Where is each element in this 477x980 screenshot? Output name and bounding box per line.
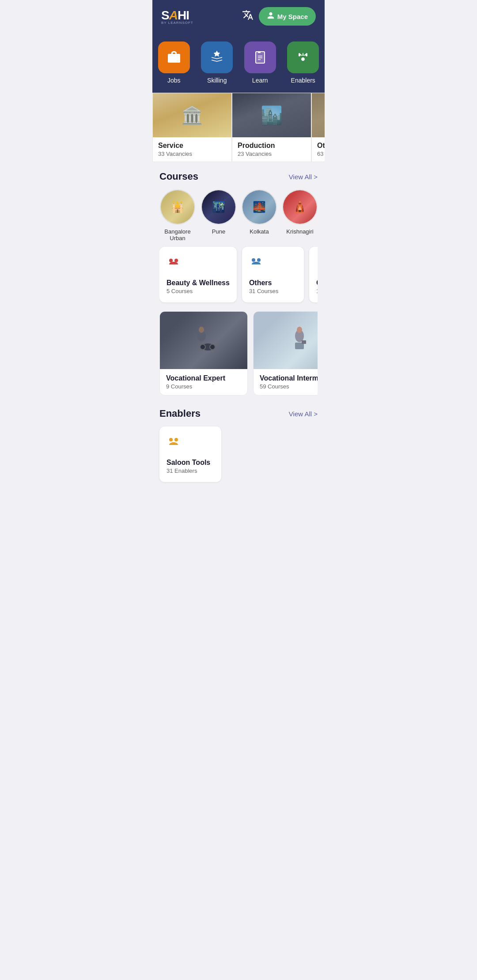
city-item-kolkata[interactable]: 🌉 Kolkata [242,189,277,241]
cat-card-others[interactable]: Others 31 Courses [242,247,304,302]
vacancy-card-service[interactable]: Service 33 Vacancies [152,93,232,162]
city-circle-kolkata: 🌉 [242,189,277,225]
others-icon [249,255,297,272]
construction-icon [316,255,318,272]
enablers-icon-wrap [287,41,319,73]
vacancy-title-others: Others [317,142,325,150]
cat-count-beauty: 5 Courses [167,288,230,294]
enabler-name-saloon-tools: Saloon Tools [167,459,214,467]
level-card-vocational-intermediate[interactable]: Vocational Intermediate 59 Courses [253,311,318,396]
learn-nav-label: Learn [252,77,268,84]
vacancy-count-service: 33 Vacancies [158,151,226,157]
learn-icon-wrap [244,41,276,73]
cat-count-others: 31 Courses [249,288,297,294]
vacancies-row: Service 33 Vacancies Production 23 Vacan… [152,93,325,162]
cat-name-beauty: Beauty & Wellness [167,279,230,287]
user-icon [267,11,275,21]
level-name-vocational-expert: Vocational Expert [166,374,241,382]
enablers-title: Enablers [159,408,201,419]
skilling-icon-wrap [201,41,233,73]
svg-point-0 [173,57,175,60]
cat-card-beauty-wellness[interactable]: Beauty & Wellness 5 Courses [159,247,237,302]
beauty-wellness-icon [167,255,230,272]
vacancy-card-others[interactable]: Others 63 Vacancies [311,93,325,162]
sidebar-item-skilling[interactable]: Skilling [201,41,233,84]
svg-point-14 [199,327,204,333]
cat-count-construction: 14 Courses [316,288,318,294]
jobs-nav-label: Jobs [167,77,181,84]
saloon-tools-icon [167,434,214,452]
vacancy-card-production[interactable]: Production 23 Vacancies [232,93,311,162]
level-card-vocational-expert[interactable]: Vocational Expert 9 Courses [159,311,248,396]
cat-name-others: Others [249,279,297,287]
city-item-pune[interactable]: 🌃 Pune [201,189,236,241]
translate-icon[interactable] [242,9,254,23]
courses-view-all[interactable]: View All > [289,173,318,181]
level-info-vocational-expert: Vocational Expert 9 Courses [160,369,247,395]
enabler-card-saloon-tools[interactable]: Saloon Tools 31 Enablers [159,426,221,482]
vacancy-info-service: Service 33 Vacancies [153,137,231,162]
city-item-bangalore[interactable]: 🕌 Bangalore Urban [159,189,196,241]
level-name-vocational-intermediate: Vocational Intermediate [260,374,318,382]
vacancy-title-production: Production [238,142,306,150]
sidebar-item-learn[interactable]: Learn [244,41,276,84]
vacancy-count-production: 23 Vacancies [238,151,306,157]
level-count-vocational-expert: 9 Courses [166,383,241,390]
city-circle-krishnagiri: 🛕 [282,189,318,225]
svg-point-17 [210,344,215,350]
svg-point-16 [200,344,205,350]
vacancy-info-production: Production 23 Vacancies [232,137,311,162]
enablers-section: Enablers View All > Saloon Tools 31 Enab… [152,399,325,491]
pune-icon: 🌃 [202,190,235,224]
bangalore-icon: 🕌 [161,190,194,224]
city-label-pune: Pune [212,228,225,235]
vocational-intermediate-image [254,312,318,369]
level-count-vocational-intermediate: 59 Courses [260,383,318,390]
skilling-nav-label: Skilling [207,77,227,84]
enabler-count-saloon-tools: 31 Enablers [167,467,214,474]
logo: SAHI BY LEARNSOFT [161,8,193,25]
jobs-icon-wrap [158,41,190,73]
city-label-kolkata: Kolkata [250,228,269,235]
svg-point-10 [252,258,255,262]
svg-point-19 [297,327,302,333]
svg-point-25 [169,438,173,441]
svg-point-26 [174,438,178,441]
course-categories-row: Beauty & Wellness 5 Courses Others 31 Co… [159,245,318,306]
vacancy-count-others: 63 Vacancies [317,151,325,157]
svg-point-9 [174,259,178,262]
vacancy-info-others: Others 63 Vacancies [312,137,325,162]
cat-card-construction[interactable]: Construction 14 Courses [309,247,318,302]
kolkata-icon: 🌉 [242,190,276,224]
enablers-view-all[interactable]: View All > [289,410,318,418]
header: SAHI BY LEARNSOFT My Space [152,0,325,36]
city-label-bangalore: Bangalore Urban [159,228,196,241]
svg-point-11 [257,258,261,262]
enablers-nav-label: Enablers [291,77,315,84]
courses-title: Courses [159,171,198,182]
courses-section: Courses View All > 🕌 Bangalore Urban 🌃 P… [152,162,325,399]
courses-header: Courses View All > [159,171,318,182]
enablers-header: Enablers View All > [159,408,318,419]
vacancy-title-service: Service [158,142,226,150]
cities-row: 🕌 Bangalore Urban 🌃 Pune 🌉 Kolkata 🛕 [159,189,318,245]
navigation-bar: Jobs Skilling Learn [152,36,325,93]
svg-rect-21 [302,340,306,344]
my-space-button[interactable]: My Space [259,7,316,26]
krishnagiri-icon: 🛕 [283,190,317,224]
cat-name-construction: Construction [316,279,318,287]
level-info-vocational-intermediate: Vocational Intermediate 59 Courses [254,369,318,395]
vocational-expert-image [160,312,247,369]
sidebar-item-jobs[interactable]: Jobs [158,41,190,84]
logo-text: SAHI [161,8,193,23]
city-item-krishnagiri[interactable]: 🛕 Krishnagiri [282,189,318,241]
svg-rect-2 [256,52,265,63]
svg-marker-1 [214,51,220,57]
svg-rect-4 [258,51,261,53]
city-circle-bangalore: 🕌 [160,189,195,225]
city-circle-pune: 🌃 [201,189,236,225]
svg-point-8 [169,259,173,262]
logo-subtitle: BY LEARNSOFT [161,21,193,25]
header-actions: My Space [242,7,316,26]
sidebar-item-enablers[interactable]: Enablers [287,41,319,84]
